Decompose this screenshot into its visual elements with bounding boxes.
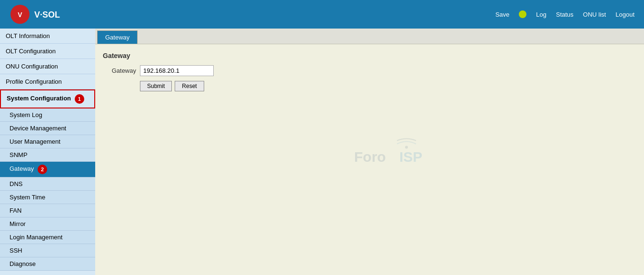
sidebar-sub-item-dns[interactable]: DNS <box>0 177 95 191</box>
sidebar-sub-item-diagnose[interactable]: Diagnose <box>0 257 95 271</box>
sidebar: OLT Information OLT Configuration ONU Co… <box>0 29 95 275</box>
gateway-label: Gateway <box>103 67 136 74</box>
badge-2: 2 <box>38 165 47 174</box>
logo-area: V V·SOL <box>10 4 72 25</box>
sidebar-sub-item-user-management[interactable]: User Management <box>0 135 95 148</box>
sidebar-item-olt-configuration[interactable]: OLT Configuration <box>0 44 95 59</box>
badge-1: 1 <box>75 94 84 104</box>
sidebar-sub-item-system-log[interactable]: System Log <box>0 108 95 122</box>
svg-text:Foro: Foro <box>354 149 386 165</box>
vsol-text-logo: V·SOL <box>34 7 72 21</box>
status-indicator <box>519 10 526 18</box>
sidebar-sub-item-snmp[interactable]: SNMP <box>0 148 95 162</box>
save-button[interactable]: Save <box>495 11 510 18</box>
content-body: Gateway Gateway Submit Reset <box>95 44 644 99</box>
vsol-logo: V <box>10 4 30 25</box>
sidebar-sub-item-mirror[interactable]: Mirror <box>0 217 95 231</box>
tab-bar: Gateway <box>95 29 644 44</box>
watermark: Foro ISP <box>349 137 445 167</box>
sidebar-sub-item-gateway[interactable]: Gateway 2 <box>0 162 95 177</box>
gateway-tab[interactable]: Gateway <box>97 30 138 44</box>
sidebar-sub-item-login-management[interactable]: Login Management <box>0 231 95 244</box>
sidebar-sub-item-fan[interactable]: FAN <box>0 204 95 217</box>
page-title: Gateway <box>103 52 636 59</box>
sidebar-item-onu-configuration[interactable]: ONU Configuration <box>0 59 95 74</box>
onu-list-link[interactable]: ONU list <box>583 11 606 18</box>
form-buttons: Submit Reset <box>140 81 636 91</box>
reset-button[interactable]: Reset <box>175 81 204 91</box>
header-nav: Save Log Status ONU list Logout <box>495 10 634 18</box>
status-link[interactable]: Status <box>556 11 574 18</box>
logout-link[interactable]: Logout <box>615 11 634 18</box>
sidebar-item-profile-configuration[interactable]: Profile Configuration <box>0 74 95 89</box>
content-area: Gateway Gateway Gateway Submit Reset For… <box>95 29 644 275</box>
svg-text:ISP: ISP <box>399 149 422 165</box>
gateway-input[interactable] <box>140 65 214 76</box>
svg-text:V: V <box>18 11 22 19</box>
header: V V·SOL Save Log Status ONU list Logout <box>0 0 644 29</box>
svg-point-3 <box>405 146 408 149</box>
sidebar-item-system-configuration[interactable]: System Configuration 1 <box>0 89 95 108</box>
main-layout: OLT Information OLT Configuration ONU Co… <box>0 29 644 275</box>
sidebar-sub-item-device-management[interactable]: Device Management <box>0 122 95 135</box>
sidebar-item-olt-information[interactable]: OLT Information <box>0 29 95 44</box>
sidebar-sub-item-system-time[interactable]: System Time <box>0 191 95 204</box>
log-link[interactable]: Log <box>536 11 546 18</box>
gateway-form-row: Gateway <box>103 65 636 76</box>
submit-button[interactable]: Submit <box>140 81 172 91</box>
sidebar-sub-item-ssh[interactable]: SSH <box>0 244 95 257</box>
svg-text:V·SOL: V·SOL <box>34 10 60 20</box>
